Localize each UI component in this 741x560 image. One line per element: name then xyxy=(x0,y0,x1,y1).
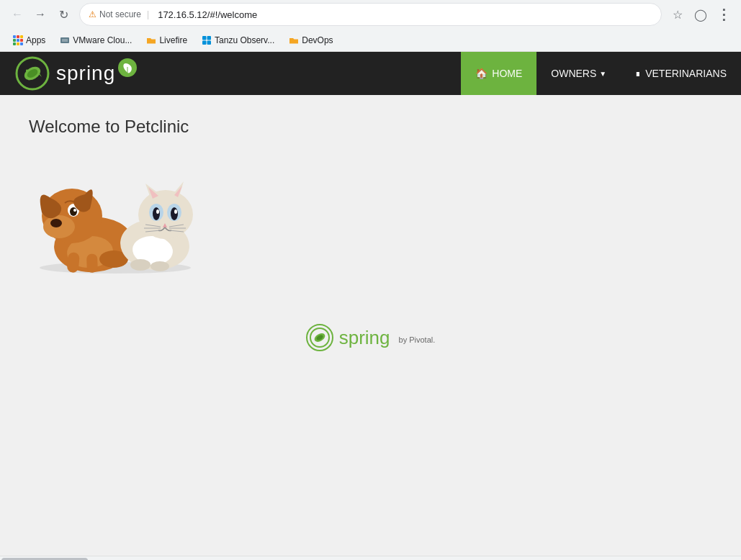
address-bar[interactable]: ⚠ Not secure | 172.16.5.12/#!/welcome xyxy=(79,3,662,26)
navbar: spring 🏠 HOME OWNERS xyxy=(0,52,741,95)
svg-point-19 xyxy=(70,207,77,216)
bookmark-tanzu-label: Tanzu Observ... xyxy=(215,35,274,45)
browser-scrollbar[interactable] xyxy=(0,556,741,560)
app-container: spring 🏠 HOME OWNERS xyxy=(0,52,741,556)
nav-buttons: ← → ↻ xyxy=(7,4,73,24)
app-footer: spring by Pivotal. xyxy=(0,295,741,380)
bookmark-tanzu[interactable]: Tanzu Observ... xyxy=(196,33,280,48)
bookmark-vmware-label: VMware Clou... xyxy=(73,35,132,45)
svg-point-24 xyxy=(151,261,169,271)
footer-spring-icon xyxy=(309,327,331,348)
bookmarks-bar: Apps VMware Clou... Livefire xyxy=(0,29,741,52)
main-content: Welcome to Petclinic xyxy=(0,95,741,295)
svg-rect-5 xyxy=(207,40,212,45)
svg-point-17 xyxy=(50,219,62,227)
page-title: Welcome to Petclinic xyxy=(29,117,712,137)
leaf-badge xyxy=(118,58,137,77)
home-icon: 🏠 xyxy=(475,68,488,79)
menu-button[interactable]: ⋮ xyxy=(714,4,734,24)
navbar-nav: 🏠 HOME OWNERS ▼ ∎ VETERINARIANS xyxy=(461,52,741,95)
bookmark-livefire-label: Livefire xyxy=(159,35,187,45)
svg-point-35 xyxy=(174,209,177,214)
security-indicator: ⚠ Not secure | xyxy=(89,9,152,19)
folder-icon-livefire xyxy=(146,35,156,45)
star-button[interactable]: ☆ xyxy=(668,4,688,24)
browser-chrome: ← → ↻ ⚠ Not secure | 172.16.5.12/#!/welc… xyxy=(0,0,741,560)
back-button[interactable]: ← xyxy=(7,4,27,24)
svg-point-34 xyxy=(171,207,178,220)
spring-text: spring xyxy=(56,62,115,85)
svg-rect-13 xyxy=(86,253,98,273)
dropdown-arrow-icon: ▼ xyxy=(599,70,606,78)
svg-rect-4 xyxy=(202,40,207,45)
grid-icon xyxy=(13,35,23,45)
nav-home-label: HOME xyxy=(492,68,522,79)
scrollbar-thumb[interactable] xyxy=(1,558,88,561)
svg-rect-2 xyxy=(202,36,207,40)
pets-svg xyxy=(29,151,202,274)
separator: | xyxy=(147,9,149,19)
svg-point-20 xyxy=(73,209,76,212)
footer-spring-text: spring xyxy=(339,327,390,349)
apps-icon xyxy=(13,35,23,45)
browser-actions: ☆ ◯ ⋮ xyxy=(668,4,734,24)
grid-vet-icon: ∎ xyxy=(635,68,641,78)
bookmark-devops[interactable]: DevOps xyxy=(283,33,338,48)
folder-icon-devops xyxy=(289,35,299,45)
bookmark-livefire[interactable]: Livefire xyxy=(140,33,193,48)
vmware-icon xyxy=(60,35,70,45)
leaf-icon xyxy=(121,61,134,74)
nav-owners[interactable]: OWNERS ▼ xyxy=(536,52,621,95)
nav-vet-label: VETERINARIANS xyxy=(645,68,727,79)
footer-logo-circle xyxy=(306,324,333,351)
tanzu-icon xyxy=(202,35,212,45)
reload-button[interactable]: ↻ xyxy=(53,4,73,24)
bookmark-devops-label: DevOps xyxy=(302,35,333,45)
footer-by-pivotal: by Pivotal. xyxy=(399,335,436,344)
bookmark-apps-label: Apps xyxy=(26,35,45,45)
svg-point-31 xyxy=(153,207,160,220)
bookmark-vmware[interactable]: VMware Clou... xyxy=(54,33,138,48)
spring-logo: spring xyxy=(14,55,137,91)
security-text: Not secure xyxy=(99,9,141,19)
bookmark-apps[interactable]: Apps xyxy=(7,33,51,48)
svg-rect-3 xyxy=(207,36,212,40)
profile-button[interactable]: ◯ xyxy=(691,4,711,24)
svg-point-32 xyxy=(156,209,159,214)
spring-logo-svg xyxy=(14,55,50,91)
warning-icon: ⚠ xyxy=(89,9,96,19)
nav-owners-label: OWNERS xyxy=(551,68,596,79)
forward-button[interactable]: → xyxy=(30,4,50,24)
pets-image xyxy=(29,151,202,274)
browser-titlebar: ← → ↻ ⚠ Not secure | 172.16.5.12/#!/welc… xyxy=(0,0,741,29)
footer-logo: spring by Pivotal. xyxy=(306,324,436,351)
url-text[interactable]: 172.16.5.12/#!/welcome xyxy=(158,9,652,20)
nav-veterinarians[interactable]: ∎ VETERINARIANS xyxy=(621,52,741,95)
svg-rect-1 xyxy=(62,39,68,42)
nav-home[interactable]: 🏠 HOME xyxy=(461,52,536,95)
svg-point-23 xyxy=(130,259,151,271)
navbar-brand[interactable]: spring xyxy=(0,52,151,95)
